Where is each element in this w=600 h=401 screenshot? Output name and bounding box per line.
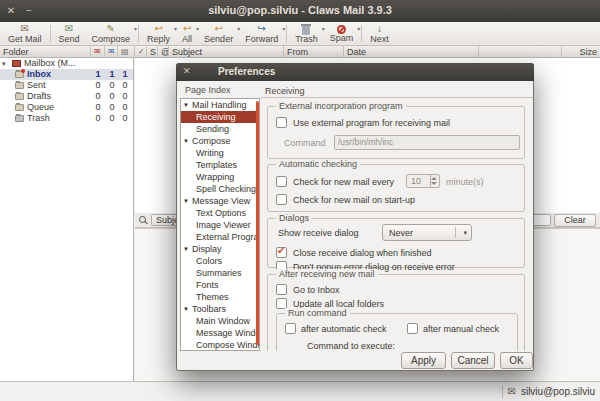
check-on-startup-checkbox[interactable] — [276, 194, 287, 205]
tree-item-spell-checking[interactable]: Spell Checking — [181, 183, 259, 195]
spam-label: Spam — [330, 34, 354, 43]
folder-row-sent[interactable]: Sent 0 0 0 — [0, 80, 133, 91]
statusbar-separator — [502, 386, 503, 398]
tree-item-writing[interactable]: Writing — [181, 147, 259, 159]
go-to-inbox-checkbox[interactable] — [276, 284, 287, 295]
check-every-label[interactable]: Check for new mail every — [293, 177, 394, 188]
tree-item-compose-window[interactable]: Compose Window — [181, 339, 259, 351]
tree-item-wrapping[interactable]: Wrapping — [181, 171, 259, 183]
after-receiving-group: After receiving new mail Go to Inbox Upd… — [267, 274, 525, 351]
date-column-header[interactable]: Date — [344, 46, 479, 58]
tree-item-message-window[interactable]: Message Window — [181, 327, 259, 339]
new-column-icon[interactable]: ✉ — [91, 46, 105, 58]
folder-row-trash[interactable]: Trash 0 0 0 — [0, 113, 133, 124]
toolbar-separator — [138, 25, 139, 42]
tree-item-fonts[interactable]: Fonts — [181, 279, 259, 291]
folder-row-drafts[interactable]: Drafts 0 0 0 — [0, 91, 133, 102]
tree-item-templates[interactable]: Templates — [181, 159, 259, 171]
automatic-checking-group: Automatic checking Check for new mail ev… — [267, 164, 525, 212]
use-external-program-checkbox[interactable] — [276, 117, 287, 128]
total-column-icon[interactable]: ▤ — [118, 46, 135, 58]
mailbox-icon — [12, 60, 21, 67]
tree-item-message-view[interactable]: ▼Message View — [181, 195, 259, 207]
reply-sender-icon: ↩ — [214, 24, 222, 35]
folder-pane: ▾ Mailbox (M... Inbox 1 1 1 Sent 0 0 0 D… — [0, 58, 134, 381]
folder-row-queue[interactable]: Queue 0 0 0 — [0, 102, 133, 113]
tree-item-mail-handling[interactable]: ▼Mail Handling — [181, 99, 259, 111]
run-command-group: Run command after automatic check after … — [276, 313, 518, 351]
close-receive-dialog-label[interactable]: Close receive dialog when finished — [293, 248, 432, 259]
reply-all-button[interactable]: ↩ All ▾ — [176, 22, 198, 45]
send-button[interactable]: ✉ Send — [53, 22, 86, 45]
search-icon[interactable] — [139, 216, 148, 225]
blank-column-header[interactable] — [479, 46, 562, 58]
use-external-program-label[interactable]: Use external program for receiving mail — [293, 118, 450, 129]
tree-item-text-options[interactable]: Text Options — [181, 207, 259, 219]
after-automatic-check-checkbox[interactable] — [285, 323, 296, 334]
tree-item-external-programs[interactable]: External Programs — [181, 231, 259, 243]
subject-column-header[interactable]: Subject — [169, 46, 284, 58]
show-receive-dialog-select[interactable]: Never ▾ — [382, 224, 472, 241]
after-manual-check-checkbox[interactable] — [407, 323, 418, 334]
folder-column-header[interactable]: Folder — [0, 46, 91, 58]
interval-spinner: 10 — [406, 174, 440, 188]
mark-column-icon[interactable]: ✓ — [135, 46, 147, 58]
from-column-header[interactable]: From — [284, 46, 344, 58]
chevron-down-icon: ▾ — [357, 25, 360, 32]
tree-item-display[interactable]: ▼Display — [181, 243, 259, 255]
unread-count: 1 — [105, 69, 119, 80]
attachment-column-header[interactable]: @ — [158, 46, 169, 58]
reply-button[interactable]: ↩ Reply ▾ — [141, 22, 176, 45]
tree-item-image-viewer[interactable]: Image Viewer — [181, 219, 259, 231]
dialog-title: Preferences — [218, 66, 275, 77]
tree-item-colors[interactable]: Colors — [181, 255, 259, 267]
close-receive-dialog-checkbox[interactable]: ✔ — [276, 247, 287, 258]
check-on-startup-label[interactable]: Check for new mail on start-up — [293, 195, 415, 206]
new-count: 0 — [91, 102, 105, 113]
spam-button[interactable]: Spam ▾ — [324, 22, 360, 45]
toolbar-separator — [361, 25, 362, 42]
group-title: External incorporation program — [276, 101, 406, 112]
forward-button[interactable]: ↪ Forward ▾ — [239, 22, 284, 45]
go-to-inbox-label[interactable]: Go to Inbox — [293, 285, 340, 296]
folder-name: Queue — [27, 102, 54, 113]
total-count: 1 — [118, 69, 132, 80]
get-mail-button[interactable]: ✉ Get Mail — [2, 22, 48, 45]
spinner-buttons — [430, 175, 439, 187]
tree-item-sending[interactable]: Sending — [181, 123, 259, 135]
ok-button[interactable]: OK — [500, 352, 533, 369]
tree-item-receiving[interactable]: Receiving — [181, 111, 259, 123]
status-column-header[interactable]: S — [147, 46, 158, 58]
tree-item-summaries[interactable]: Summaries — [181, 267, 259, 279]
chevron-down-icon: ▾ — [134, 25, 137, 32]
apply-button[interactable]: Apply — [401, 352, 446, 369]
tree-item-main-window[interactable]: Main Window — [181, 315, 259, 327]
tree-item-themes[interactable]: Themes — [181, 291, 259, 303]
statusbar-account: silviu@pop.silviu — [521, 386, 595, 397]
next-button[interactable]: ↓ Next — [364, 22, 395, 45]
preferences-dialog: ✕ Preferences Page Index ▼Mail Handling … — [176, 63, 534, 371]
command-to-execute-label: Command to execute: — [307, 341, 395, 351]
minutes-label: minute(s) — [446, 177, 484, 188]
size-column-header[interactable]: Size — [562, 46, 600, 58]
after-manual-check-label[interactable]: after manual check — [423, 324, 499, 335]
forward-icon: ↪ — [257, 24, 265, 35]
compose-button[interactable]: ✎ Compose ▾ — [86, 22, 137, 45]
unread-column-icon[interactable]: ✉ — [105, 46, 118, 58]
chevron-down-icon: ▾ — [282, 25, 285, 32]
reply-sender-button[interactable]: ↩ Sender ▾ — [198, 22, 239, 45]
tree-item-compose[interactable]: ▼Compose — [181, 135, 259, 147]
quicksearch-clear-button[interactable]: Clear — [554, 214, 596, 227]
cancel-button[interactable]: Cancel — [451, 352, 495, 369]
folder-row-mailbox[interactable]: ▾ Mailbox (M... — [0, 58, 133, 69]
unread-count: 0 — [105, 91, 119, 102]
show-receive-dialog-label: Show receive dialog — [278, 228, 359, 239]
folder-row-inbox[interactable]: Inbox 1 1 1 — [0, 69, 133, 80]
trash-button[interactable]: Trash ▾ — [289, 22, 324, 45]
check-every-checkbox[interactable] — [276, 176, 287, 187]
tree-item-toolbars[interactable]: ▼Toolbars — [181, 303, 259, 315]
after-automatic-check-label[interactable]: after automatic check — [301, 324, 387, 335]
dialog-close-button[interactable]: ✕ — [183, 66, 191, 76]
expander-icon: ▾ — [2, 58, 6, 69]
tree-scrollbar[interactable] — [256, 101, 259, 345]
